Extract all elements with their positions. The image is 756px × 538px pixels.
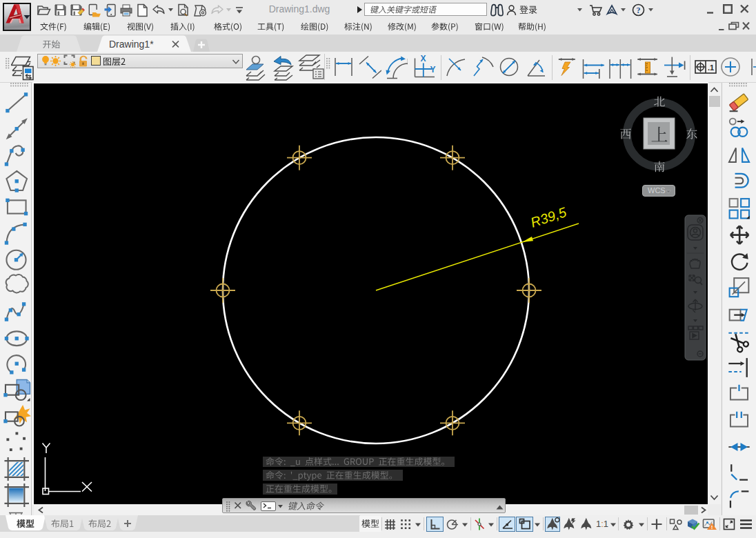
svg-text:?: ? bbox=[637, 6, 641, 15]
svg-text:X: X bbox=[421, 54, 426, 63]
svg-text:Y: Y bbox=[430, 65, 436, 74]
svg-text:!: ! bbox=[711, 524, 713, 530]
svg-text:R39,5: R39,5 bbox=[528, 204, 568, 230]
svg-text:.1: .1 bbox=[708, 63, 714, 72]
